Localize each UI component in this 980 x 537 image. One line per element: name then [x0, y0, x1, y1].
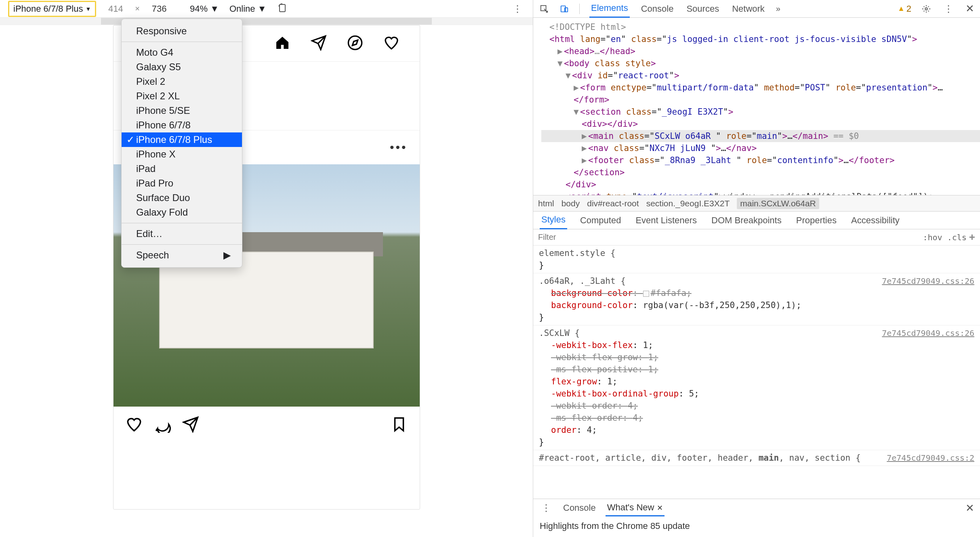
comment-icon[interactable]: [154, 416, 171, 434]
home-icon[interactable]: [274, 35, 290, 52]
tab-elements[interactable]: Elements: [589, 0, 630, 18]
tabs-overflow-icon[interactable]: »: [776, 4, 780, 13]
dropdown-item-device[interactable]: Galaxy S5: [122, 60, 242, 74]
dropdown-item-device[interactable]: iPhone 6/7/8 Plus: [122, 132, 242, 147]
drawer-close-icon[interactable]: ✕: [965, 502, 974, 514]
device-viewport: •••: [0, 25, 533, 537]
dimension-separator: ×: [135, 4, 140, 13]
styles-tab-properties[interactable]: Properties: [795, 212, 838, 229]
svg-rect-0: [280, 4, 285, 12]
throttle-select[interactable]: Online ▼: [229, 4, 266, 14]
styles-tab-listeners[interactable]: Event Listeners: [634, 212, 698, 229]
style-rule[interactable]: 7e745cd79049.css:26 .o64aR, ._3Laht { ba…: [533, 273, 980, 325]
dropdown-item-device[interactable]: Pixel 2 XL: [122, 89, 242, 103]
dropdown-item-device[interactable]: Galaxy Fold: [122, 205, 242, 220]
styles-tab-breakpoints[interactable]: DOM Breakpoints: [710, 212, 783, 229]
devtools-more-icon[interactable]: ⋮: [941, 3, 956, 15]
crumb[interactable]: section._9eogI.E3X2T: [646, 199, 730, 208]
css-property[interactable]: -ms-flex-positive: 1;: [539, 363, 974, 375]
css-property[interactable]: -webkit-flex-grow: 1;: [539, 351, 974, 363]
dom-line[interactable]: ▶<head>…</head>: [541, 45, 980, 57]
styles-tab-accessibility[interactable]: Accessibility: [850, 212, 901, 229]
styles-filter-input[interactable]: [538, 233, 920, 242]
css-property[interactable]: -webkit-order: 4;: [539, 400, 974, 412]
dom-line[interactable]: </form>: [541, 94, 980, 106]
style-rule[interactable]: element.style { }: [533, 245, 980, 273]
dom-line[interactable]: ▶<nav class="NXc7H jLuN9 ">…</nav>: [541, 142, 980, 154]
hov-toggle[interactable]: :hov: [920, 232, 944, 243]
styles-tab-styles[interactable]: Styles: [540, 211, 567, 229]
cls-toggle[interactable]: .cls: [945, 232, 969, 243]
crumb[interactable]: html: [538, 199, 554, 208]
dom-line[interactable]: ▶<footer class="_8Rna9 _3Laht " role="co…: [541, 154, 980, 166]
crumb[interactable]: div#react-root: [587, 199, 639, 208]
inspect-icon[interactable]: [539, 4, 549, 14]
dropdown-item-device[interactable]: Pixel 2: [122, 74, 242, 89]
crumb[interactable]: body: [562, 199, 580, 208]
elements-tree[interactable]: <!DOCTYPE html> <html lang="en" class="j…: [533, 18, 980, 195]
dropdown-item-speech[interactable]: Speech▶: [122, 248, 242, 262]
dom-line[interactable]: <html lang="en" class="js logged-in clie…: [541, 33, 980, 45]
dom-line[interactable]: <div></div>: [541, 118, 980, 130]
dropdown-item-device[interactable]: iPad Pro: [122, 176, 242, 191]
heart-icon[interactable]: [383, 35, 400, 52]
post-more-icon[interactable]: •••: [390, 141, 408, 154]
rule-source-link[interactable]: 7e745cd79049.css:26: [882, 327, 974, 339]
css-property[interactable]: -webkit-box-flex: 1;: [539, 339, 974, 351]
css-property[interactable]: order: 4;: [539, 424, 974, 436]
css-property[interactable]: flex-grow: 1;: [539, 375, 974, 388]
css-property[interactable]: -webkit-box-ordinal-group: 5;: [539, 388, 974, 400]
color-swatch-icon[interactable]: [643, 291, 649, 297]
warning-badge[interactable]: 2: [898, 4, 911, 14]
css-property[interactable]: background-color: #fafafa;: [539, 287, 974, 299]
style-rule[interactable]: 7e745cd79049.css:2 #react-root, article,…: [533, 450, 980, 466]
style-rule[interactable]: 7e745cd79049.css:26 .SCxLW { -webkit-box…: [533, 325, 980, 450]
css-property[interactable]: -ms-flex-order: 4;: [539, 412, 974, 424]
bookmark-icon[interactable]: [391, 416, 408, 434]
like-icon[interactable]: [126, 416, 143, 434]
dom-line[interactable]: </div>: [541, 178, 980, 191]
dropdown-item-device[interactable]: iPhone 6/7/8: [122, 118, 242, 132]
dom-line[interactable]: ▼<body class style>: [541, 57, 980, 69]
dropdown-item-device[interactable]: iPhone 5/SE: [122, 103, 242, 118]
styles-tab-computed[interactable]: Computed: [578, 212, 623, 229]
dropdown-item-responsive[interactable]: Responsive: [122, 24, 242, 38]
dom-line[interactable]: ▼<div id="react-root">: [541, 69, 980, 82]
dropdown-item-edit[interactable]: Edit…: [122, 227, 242, 241]
dom-line[interactable]: ▶<form enctype="multipart/form-data" met…: [541, 82, 980, 94]
rule-source-link[interactable]: 7e745cd79049.css:26: [882, 275, 974, 287]
drawer-menu-icon[interactable]: ⋮: [539, 502, 553, 514]
tab-console[interactable]: Console: [639, 0, 675, 17]
settings-gear-icon[interactable]: [921, 4, 932, 14]
explore-icon[interactable]: [347, 35, 363, 52]
device-toggle-icon[interactable]: [559, 4, 570, 14]
styles-panel[interactable]: element.style { } 7e745cd79049.css:26 .o…: [533, 245, 980, 499]
share-icon[interactable]: [182, 416, 199, 434]
dropdown-item-device[interactable]: Surface Duo: [122, 191, 242, 205]
send-icon[interactable]: [311, 35, 327, 52]
drawer-tab-whatsnew[interactable]: What's New ✕: [606, 500, 665, 516]
css-property[interactable]: background-color: rgba(var(--b3f,250,250…: [539, 299, 974, 311]
devtools-close-icon[interactable]: ✕: [965, 2, 974, 15]
dropdown-item-device[interactable]: Moto G4: [122, 45, 242, 60]
tab-sources[interactable]: Sources: [685, 0, 721, 17]
dom-line[interactable]: ▼<section class="_9eogI E3X2T">: [541, 106, 980, 118]
crumb-active[interactable]: main.SCxLW.o64aR: [737, 198, 819, 209]
zoom-select[interactable]: 94% ▼: [190, 4, 219, 14]
rotate-icon[interactable]: [278, 3, 287, 14]
close-tab-icon[interactable]: ✕: [657, 504, 663, 512]
dropdown-item-device[interactable]: iPhone X: [122, 147, 242, 162]
drawer-tab-console[interactable]: Console: [562, 500, 597, 516]
dom-line-selected[interactable]: ▶<main class="SCxLW o64aR " role="main">…: [541, 130, 980, 142]
rule-source-link[interactable]: 7e745cd79049.css:2: [887, 452, 974, 464]
tab-network[interactable]: Network: [730, 0, 766, 17]
dom-line[interactable]: <script type="text/javascript">window.__…: [541, 191, 980, 195]
dropdown-item-device[interactable]: iPad: [122, 162, 242, 176]
add-rule-icon[interactable]: +: [969, 231, 975, 243]
dom-line[interactable]: </section>: [541, 166, 980, 178]
device-height-input[interactable]: [143, 3, 175, 15]
device-more-menu[interactable]: ⋮: [510, 3, 525, 15]
dom-line[interactable]: <!DOCTYPE html>: [541, 21, 980, 33]
device-width-input[interactable]: [99, 3, 132, 15]
device-select-dropdown[interactable]: iPhone 6/7/8 Plus ▼: [8, 1, 96, 17]
